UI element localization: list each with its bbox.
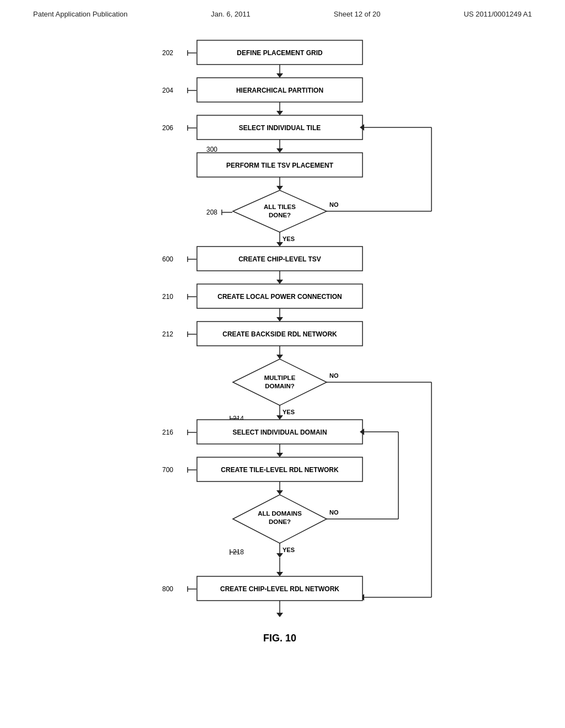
svg-text:700: 700 [162, 466, 173, 474]
svg-text:204: 204 [162, 87, 173, 94]
svg-text:DONE?: DONE? [269, 212, 291, 218]
svg-text:FIG. 10: FIG. 10 [263, 633, 296, 644]
svg-marker-6 [276, 73, 283, 78]
svg-marker-65 [276, 415, 283, 420]
svg-text:ALL DOMAINS: ALL DOMAINS [258, 510, 302, 517]
svg-text:MULTIPLE: MULTIPLE [264, 374, 296, 381]
svg-marker-61 [233, 359, 327, 405]
svg-text:NO: NO [329, 372, 339, 379]
svg-text:210: 210 [162, 293, 173, 301]
svg-text:DOMAIN?: DOMAIN? [265, 383, 295, 389]
svg-text:216: 216 [162, 429, 173, 436]
svg-marker-96 [276, 553, 283, 558]
svg-text:ALL TILES: ALL TILES [264, 204, 296, 210]
svg-marker-25 [276, 186, 283, 190]
svg-text:300: 300 [206, 146, 217, 153]
svg-text:DEFINE PLACEMENT GRID: DEFINE PLACEMENT GRID [237, 49, 323, 57]
svg-text:YES: YES [282, 409, 295, 415]
svg-text:208: 208 [206, 208, 217, 216]
svg-marker-26 [233, 190, 327, 232]
svg-text:212: 212 [162, 330, 173, 338]
svg-marker-13 [276, 111, 283, 115]
svg-marker-88 [276, 490, 283, 495]
svg-text:CREATE LOCAL POWER CONNECTION: CREATE LOCAL POWER CONNECTION [217, 293, 342, 301]
svg-text:800: 800 [162, 585, 173, 593]
header-left: Patent Application Publication [33, 10, 127, 18]
header-sheet: Sheet 12 of 20 [334, 10, 381, 18]
svg-text:YES: YES [282, 235, 295, 242]
svg-text:PERFORM TILE TSV PLACEMENT: PERFORM TILE TSV PLACEMENT [226, 162, 334, 169]
svg-text:202: 202 [162, 49, 173, 57]
svg-marker-104 [276, 572, 283, 576]
svg-text:YES: YES [282, 547, 295, 553]
svg-text:600: 600 [162, 255, 173, 263]
svg-text:DONE?: DONE? [269, 518, 291, 525]
flowchart-svg: DEFINE PLACEMENT GRID 202 HIERARCHICAL P… [89, 29, 476, 691]
diagram-container: DEFINE PLACEMENT GRID 202 HIERARCHICAL P… [0, 24, 565, 691]
svg-text:206: 206 [162, 124, 173, 132]
page-header: Patent Application Publication Jan. 6, 2… [0, 0, 565, 24]
svg-text:CREATE CHIP-LEVEL RDL NETWORK: CREATE CHIP-LEVEL RDL NETWORK [220, 585, 339, 593]
svg-text:SELECT INDIVIDUAL TILE: SELECT INDIVIDUAL TILE [239, 124, 321, 132]
svg-text:CREATE CHIP-LEVEL TSV: CREATE CHIP-LEVEL TSV [238, 255, 321, 263]
svg-text:CREATE BACKSIDE RDL NETWORK: CREATE BACKSIDE RDL NETWORK [222, 330, 337, 338]
svg-marker-20 [276, 148, 283, 153]
svg-text:HIERARCHICAL PARTITION: HIERARCHICAL PARTITION [236, 87, 323, 94]
svg-marker-46 [276, 280, 283, 284]
header-patent: US 2011/0001249 A1 [463, 10, 532, 18]
svg-marker-60 [276, 355, 283, 359]
svg-text:NO: NO [329, 201, 339, 208]
header-date: Jan. 6, 2011 [211, 10, 250, 18]
svg-text:SELECT INDIVIDUAL DOMAIN: SELECT INDIVIDUAL DOMAIN [232, 429, 327, 436]
svg-marker-81 [276, 453, 283, 457]
svg-marker-111 [276, 613, 283, 617]
svg-text:NO: NO [329, 509, 339, 516]
svg-marker-53 [276, 317, 283, 322]
svg-text:CREATE TILE-LEVEL RDL NETWORK: CREATE TILE-LEVEL RDL NETWORK [221, 466, 339, 474]
svg-marker-33 [276, 242, 283, 247]
